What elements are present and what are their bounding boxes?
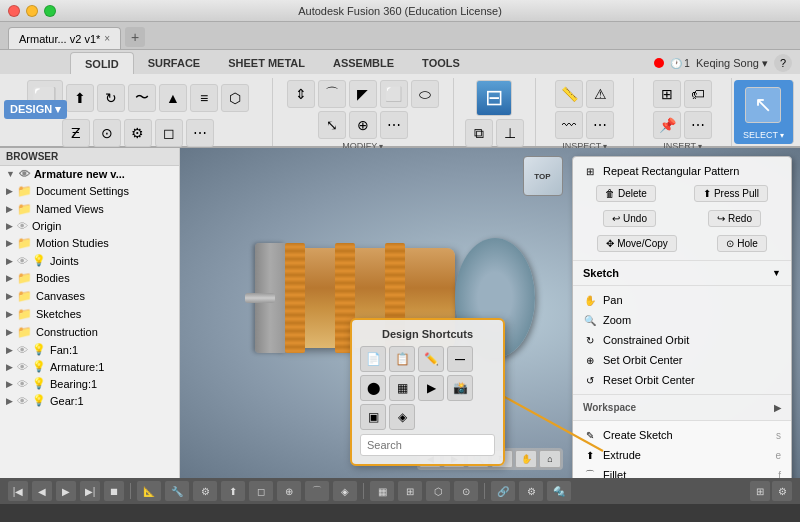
insert-derive-icon[interactable]: ⊞	[653, 80, 681, 108]
timeline-icon5[interactable]: ◻	[249, 481, 273, 501]
transport-stop[interactable]: ⏹	[104, 481, 124, 501]
minimize-button[interactable]	[26, 5, 38, 17]
tab-assemble[interactable]: ASSEMBLE	[319, 52, 408, 74]
shortcut-line[interactable]: —	[447, 346, 473, 372]
timeline-icon11[interactable]: ⬡	[426, 481, 450, 501]
scale-icon[interactable]: ⤡	[318, 111, 346, 139]
chamfer-icon[interactable]: ◤	[349, 80, 377, 108]
close-button[interactable]	[8, 5, 20, 17]
timeline-icon8[interactable]: ◈	[333, 481, 357, 501]
tab-solid[interactable]: SOLID	[70, 52, 134, 74]
shortcut-play[interactable]: ▶	[418, 375, 444, 401]
tab-tools[interactable]: TOOLS	[408, 52, 474, 74]
revolve-icon[interactable]: ↻	[97, 84, 125, 112]
shell-icon[interactable]: ⬜	[380, 80, 408, 108]
insert-more[interactable]: ⋯	[684, 111, 712, 139]
sidebar-item-construction[interactable]: ▶ 📁 Construction	[0, 323, 179, 341]
timeline-icon9[interactable]: ▦	[370, 481, 394, 501]
box-icon[interactable]: ◻	[155, 119, 183, 147]
navcube[interactable]: TOP	[515, 156, 570, 211]
user-menu[interactable]: Keqing Song ▾	[696, 57, 768, 70]
sidebar-item-named-views[interactable]: ▶ 📁 Named Views	[0, 200, 179, 218]
sidebar-item-bodies[interactable]: ▶ 📁 Bodies	[0, 269, 179, 287]
timeline-icon2[interactable]: 🔧	[165, 481, 189, 501]
transport-back[interactable]: ◀	[32, 481, 52, 501]
navcube-face[interactable]: TOP	[523, 156, 563, 196]
insert-canvas-icon[interactable]: 📌	[653, 111, 681, 139]
modify-more[interactable]: ⋯	[380, 111, 408, 139]
shortcut-edit[interactable]: ✏️	[418, 346, 444, 372]
design-dropdown[interactable]: DESIGN ▾	[4, 100, 67, 119]
viewport[interactable]: TOP ◀ ▶ 🔍 ↻ ✋ ⌂ Design Shortcuts 📄 📋 ✏️ …	[180, 148, 800, 478]
curvature-icon[interactable]: 〰	[555, 111, 583, 139]
fillet-icon[interactable]: ⌒	[318, 80, 346, 108]
timeline-icon10[interactable]: ⊞	[398, 481, 422, 501]
sidebar-item-origin[interactable]: ▶ 👁 Origin	[0, 218, 179, 234]
web-icon[interactable]: ⬡	[221, 84, 249, 112]
timeline-icon6[interactable]: ⊕	[277, 481, 301, 501]
workspace-label[interactable]: Workspace ▶	[573, 399, 791, 416]
tab-sheet-metal[interactable]: SHEET METAL	[214, 52, 319, 74]
timeline-icon13[interactable]: 🔗	[491, 481, 515, 501]
window-controls[interactable]	[8, 5, 56, 17]
new-tab-button[interactable]: +	[125, 27, 145, 47]
shortcut-circle[interactable]: ⬤	[360, 375, 386, 401]
transport-forward[interactable]: ▶|	[80, 481, 100, 501]
sidebar-item-bearing[interactable]: ▶ 👁 💡 Bearing:1	[0, 375, 179, 392]
draft-icon[interactable]: ⬭	[411, 80, 439, 108]
construct-main-icon[interactable]: ⊟	[476, 80, 512, 116]
sweep-icon[interactable]: 〜	[128, 84, 156, 112]
select-main-icon[interactable]: ↖	[745, 87, 781, 123]
timeline-icon14[interactable]: ⚙	[519, 481, 543, 501]
shortcut-rect[interactable]: ▦	[389, 375, 415, 401]
tab-surface[interactable]: SURFACE	[134, 52, 215, 74]
context-pan[interactable]: ✋ Pan	[573, 290, 791, 310]
shortcut-new[interactable]: 📄	[360, 346, 386, 372]
hole-button[interactable]: ⊙ Hole	[717, 235, 767, 252]
extrude-icon[interactable]: ⬆	[66, 84, 94, 112]
timeline-icon3[interactable]: ⚙	[193, 481, 217, 501]
undo-button[interactable]: ↩ Undo	[603, 210, 656, 227]
emboss-icon[interactable]: Ƶ	[62, 119, 90, 147]
insert-decal-icon[interactable]: 🏷	[684, 80, 712, 108]
context-set-orbit[interactable]: ⊕ Set Orbit Center	[573, 350, 791, 370]
context-orbit[interactable]: ↻ Constrained Orbit	[573, 330, 791, 350]
sidebar-item-gear[interactable]: ▶ 👁 💡 Gear:1	[0, 392, 179, 409]
settings-icon[interactable]: ⚙	[772, 481, 792, 501]
sidebar-item-armature[interactable]: ▶ 👁 💡 Armature:1	[0, 358, 179, 375]
sidebar-item-document-settings[interactable]: ▶ 📁 Document Settings	[0, 182, 179, 200]
shortcut-camera[interactable]: 📸	[447, 375, 473, 401]
maximize-button[interactable]	[44, 5, 56, 17]
construct-icon2[interactable]: ⧉	[465, 119, 493, 147]
construct-icon3[interactable]: ⊥	[496, 119, 524, 147]
transport-back-begin[interactable]: |◀	[8, 481, 28, 501]
combine-icon[interactable]: ⊕	[349, 111, 377, 139]
more-icon[interactable]: ⋯	[186, 119, 214, 147]
sidebar-item-joints[interactable]: ▶ 👁 💡 Joints	[0, 252, 179, 269]
loft-icon[interactable]: ▲	[159, 84, 187, 112]
shortcuts-search-input[interactable]	[360, 434, 495, 456]
inspect-more[interactable]: ⋯	[586, 111, 614, 139]
transport-play[interactable]: ▶	[56, 481, 76, 501]
context-zoom[interactable]: 🔍 Zoom	[573, 310, 791, 330]
timeline-icon4[interactable]: ⬆	[221, 481, 245, 501]
measure-icon[interactable]: 📏	[555, 80, 583, 108]
context-create-sketch[interactable]: ✎ Create Sketch s	[573, 425, 791, 445]
sidebar-item-root[interactable]: ▼ 👁 Armature new v...	[0, 166, 179, 182]
sidebar-item-motion-studies[interactable]: ▶ 📁 Motion Studies	[0, 234, 179, 252]
timeline-icon1[interactable]: 📐	[137, 481, 161, 501]
timeline-icon15[interactable]: 🔩	[547, 481, 571, 501]
context-repeat-pattern[interactable]: ⊞ Repeat Rectangular Pattern	[573, 161, 791, 181]
active-tab[interactable]: Armatur... v2 v1* ×	[8, 27, 121, 49]
sidebar-item-sketches[interactable]: ▶ 📁 Sketches	[0, 305, 179, 323]
timeline-icon12[interactable]: ⊙	[454, 481, 478, 501]
help-button[interactable]: ?	[774, 54, 792, 72]
grid-toggle[interactable]: ⊞	[750, 481, 770, 501]
press-pull-button[interactable]: ⬆ Press Pull	[694, 185, 768, 202]
press-pull-icon[interactable]: ⇕	[287, 80, 315, 108]
interference-icon[interactable]: ⚠	[586, 80, 614, 108]
context-fillet[interactable]: ⌒ Fillet f	[573, 465, 791, 478]
shortcut-grid[interactable]: ▣	[360, 404, 386, 430]
nav-btn-home[interactable]: ⌂	[539, 450, 561, 468]
sidebar-item-canvases[interactable]: ▶ 📁 Canvases	[0, 287, 179, 305]
